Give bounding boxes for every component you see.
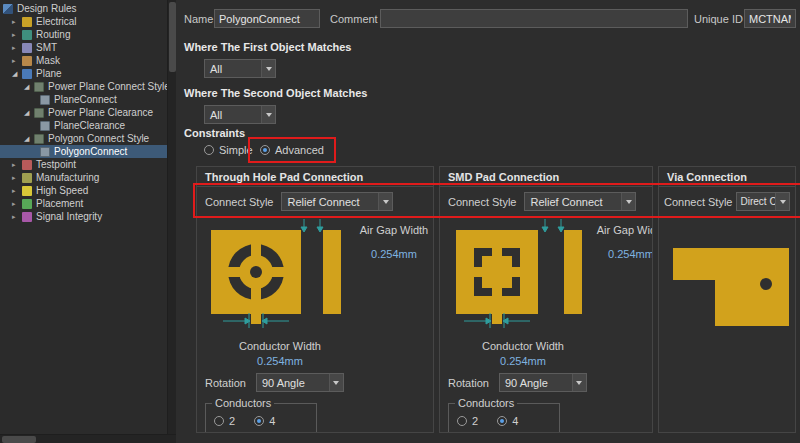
sidebar-item-signal-integrity[interactable]: Signal Integrity bbox=[0, 210, 167, 223]
conductors-groupbox: Conductors 2 4 bbox=[205, 403, 317, 433]
expand-arrow-icon[interactable] bbox=[24, 135, 34, 143]
sidebar-item-polygon-connect-style[interactable]: Polygon Connect Style bbox=[0, 132, 167, 145]
expand-arrow-icon[interactable] bbox=[12, 44, 22, 52]
scrollbar-thumb[interactable] bbox=[169, 2, 176, 72]
conductor-width-value: 0.254mm bbox=[205, 355, 355, 367]
expand-arrow-icon[interactable] bbox=[12, 70, 22, 78]
chevron-down-icon[interactable] bbox=[621, 193, 635, 210]
constraints-panels: Through Hole Pad Connection Connect Styl… bbox=[196, 166, 796, 433]
expand-arrow-icon[interactable] bbox=[12, 213, 22, 221]
connect-style-dropdown[interactable]: Direct Connect bbox=[736, 192, 790, 211]
rotation-dropdown[interactable]: 90 Angle bbox=[256, 373, 344, 392]
tree-label: PlaneClearance bbox=[54, 120, 125, 131]
signal-integrity-icon bbox=[22, 212, 32, 222]
dropdown-value: 90 Angle bbox=[500, 377, 572, 389]
radio-icon bbox=[204, 145, 214, 155]
radio-label: 2 bbox=[472, 415, 478, 427]
sidebar-item-plane[interactable]: Plane bbox=[0, 67, 167, 80]
sidebar-item-power-plane-connect-style[interactable]: Power Plane Connect Style bbox=[0, 80, 167, 93]
sidebar-item-polygonconnect-selected[interactable]: PolygonConnect bbox=[0, 145, 167, 158]
sidebar-item-smt[interactable]: SMT bbox=[0, 41, 167, 54]
connect-style-label: Connect Style bbox=[664, 196, 732, 208]
chevron-down-icon[interactable] bbox=[378, 193, 392, 210]
air-gap-width-value: 0.254mm bbox=[351, 248, 434, 260]
sidebar-item-planeconnect[interactable]: PlaneConnect bbox=[0, 93, 167, 106]
conductors-groupbox: Conductors 2 4 bbox=[448, 403, 560, 433]
conductors-2-radio[interactable]: 2 bbox=[214, 415, 235, 427]
sidebar-item-routing[interactable]: Routing bbox=[0, 28, 167, 41]
scrollbar-thumb[interactable] bbox=[2, 436, 36, 443]
conductors-2-radio[interactable]: 2 bbox=[457, 415, 478, 427]
testpoint-icon bbox=[22, 160, 32, 170]
second-match-heading: Where The Second Object Matches bbox=[184, 87, 367, 99]
expand-arrow-icon[interactable] bbox=[24, 109, 34, 117]
expand-arrow-icon[interactable] bbox=[12, 174, 22, 182]
rule-icon bbox=[40, 147, 50, 157]
rotation-dropdown[interactable]: 90 Angle bbox=[499, 373, 587, 392]
chevron-down-icon[interactable] bbox=[775, 193, 789, 210]
expand-arrow-icon[interactable] bbox=[12, 200, 22, 208]
chevron-down-icon[interactable] bbox=[572, 374, 586, 391]
style-sheet-icon bbox=[34, 108, 44, 118]
tree-label: Design Rules bbox=[17, 3, 76, 14]
expand-arrow-icon[interactable] bbox=[12, 187, 22, 195]
smd-relief-graphic bbox=[446, 218, 596, 336]
connect-style-label: Connect Style bbox=[448, 196, 516, 208]
unique-id-input[interactable] bbox=[744, 9, 796, 28]
smd-pad-connection-panel: SMD Pad Connection Connect Style Relief … bbox=[439, 166, 653, 433]
simple-mode-radio[interactable]: Simple bbox=[204, 144, 253, 156]
sidebar-item-manufacturing[interactable]: Manufacturing bbox=[0, 171, 167, 184]
air-gap-width-value: 0.254mm bbox=[588, 248, 653, 260]
smd-relief-diagram: Air Gap Width 0.254mm bbox=[446, 218, 646, 338]
tree-horizontal-scrollbar[interactable] bbox=[0, 434, 176, 443]
radio-icon bbox=[254, 416, 264, 426]
radio-label: Advanced bbox=[275, 144, 324, 156]
tree-label: High Speed bbox=[36, 185, 88, 196]
dropdown-value: Direct Connect bbox=[737, 196, 775, 207]
expand-arrow-icon[interactable] bbox=[12, 31, 22, 39]
radio-label: 4 bbox=[512, 415, 518, 427]
sidebar-item-mask[interactable]: Mask bbox=[0, 54, 167, 67]
rotation-label: Rotation bbox=[205, 377, 246, 389]
sidebar-item-power-plane-clearance[interactable]: Power Plane Clearance bbox=[0, 106, 167, 119]
chevron-down-icon[interactable] bbox=[261, 106, 275, 123]
design-rules-icon bbox=[3, 4, 13, 14]
radio-label: 4 bbox=[269, 415, 275, 427]
chevron-down-icon[interactable] bbox=[329, 374, 343, 391]
tree-root-design-rules[interactable]: Design Rules bbox=[0, 2, 167, 15]
conductors-4-radio[interactable]: 4 bbox=[497, 415, 518, 427]
expand-arrow-icon[interactable] bbox=[24, 83, 34, 91]
panel-title: Via Connection bbox=[659, 167, 795, 187]
connect-style-dropdown[interactable]: Relief Connect bbox=[281, 192, 393, 211]
radio-icon bbox=[497, 416, 507, 426]
first-match-dropdown[interactable]: All bbox=[204, 59, 276, 78]
rule-name-input[interactable] bbox=[214, 9, 320, 28]
chevron-down-icon[interactable] bbox=[261, 60, 275, 77]
conductors-4-radio[interactable]: 4 bbox=[254, 415, 275, 427]
radio-icon bbox=[260, 145, 270, 155]
rule-editor-panel: Name Comment Unique ID Where The First O… bbox=[176, 0, 800, 443]
connect-style-dropdown[interactable]: Relief Connect bbox=[524, 192, 636, 211]
comment-input[interactable] bbox=[380, 9, 688, 28]
placement-icon bbox=[22, 199, 32, 209]
design-rules-tree: Design Rules Electrical Routing SMT Mask… bbox=[0, 0, 167, 434]
advanced-mode-radio[interactable]: Advanced bbox=[260, 144, 324, 156]
sidebar-item-electrical[interactable]: Electrical bbox=[0, 15, 167, 28]
routing-icon bbox=[22, 30, 32, 40]
expand-arrow-icon[interactable] bbox=[12, 18, 22, 26]
constraints-heading: Constraints bbox=[184, 127, 245, 139]
expand-arrow-icon[interactable] bbox=[12, 161, 22, 169]
sidebar-item-placement[interactable]: Placement bbox=[0, 197, 167, 210]
second-match-dropdown[interactable]: All bbox=[204, 105, 276, 124]
sidebar-item-planeclearance[interactable]: PlaneClearance bbox=[0, 119, 167, 132]
sidebar-item-testpoint[interactable]: Testpoint bbox=[0, 158, 167, 171]
tree-label: Polygon Connect Style bbox=[48, 133, 149, 144]
panel-title: Through Hole Pad Connection bbox=[197, 167, 433, 187]
sidebar-item-high-speed[interactable]: High Speed bbox=[0, 184, 167, 197]
plane-icon bbox=[22, 69, 32, 79]
expand-arrow-icon[interactable] bbox=[12, 57, 22, 65]
conductor-width-value: 0.254mm bbox=[448, 355, 598, 367]
dropdown-value: 90 Angle bbox=[257, 377, 329, 389]
conductors-label: Conductors bbox=[455, 397, 517, 409]
tree-label: Routing bbox=[36, 29, 70, 40]
